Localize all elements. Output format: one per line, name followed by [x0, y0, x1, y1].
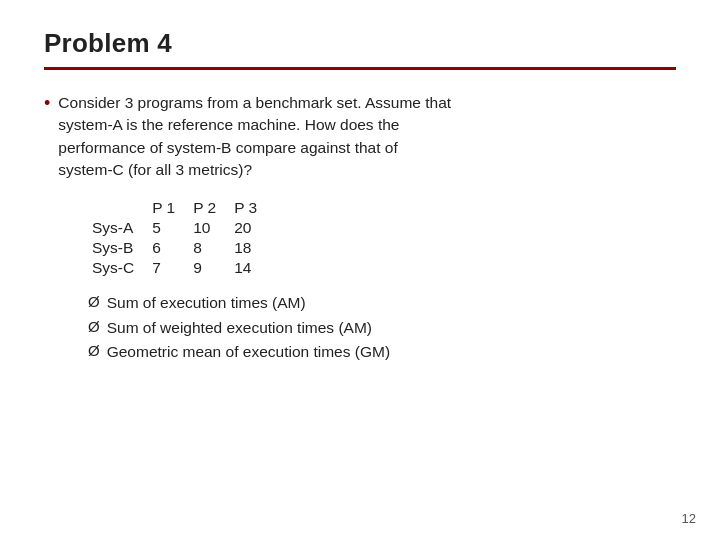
arrow-item-3: Ø Geometric mean of execution times (GM) — [88, 341, 676, 363]
sysc-p1: 7 — [152, 258, 193, 278]
sysb-p1: 6 — [152, 238, 193, 258]
bullet-section: • Consider 3 programs from a benchmark s… — [44, 92, 676, 182]
table-row-sysa: Sys-A 5 10 20 — [92, 218, 275, 238]
slide-title: Problem 4 — [44, 28, 676, 59]
arrow-text-3: Geometric mean of execution times (GM) — [107, 341, 390, 363]
col-p2-header: P 2 — [193, 198, 234, 218]
bullet-line-4: system-C (for all 3 metrics)? — [58, 161, 252, 178]
arrow-item-2: Ø Sum of weighted execution times (AM) — [88, 317, 676, 339]
table-section: P 1 P 2 P 3 Sys-A 5 10 20 Sys-B 6 8 18 S… — [92, 198, 676, 278]
bullet-item: • Consider 3 programs from a benchmark s… — [44, 92, 676, 182]
sysa-label: Sys-A — [92, 218, 152, 238]
title-divider — [44, 67, 676, 70]
bullet-line-1: Consider 3 programs from a benchmark set… — [58, 94, 451, 111]
arrow-sym-2: Ø — [88, 318, 100, 335]
bullet-line-2: system-A is the reference machine. How d… — [58, 116, 399, 133]
col-p1-header: P 1 — [152, 198, 193, 218]
page-number: 12 — [682, 511, 696, 526]
sysb-p2: 8 — [193, 238, 234, 258]
arrow-item-1: Ø Sum of execution times (AM) — [88, 292, 676, 314]
sysc-p3: 14 — [234, 258, 275, 278]
sysb-label: Sys-B — [92, 238, 152, 258]
arrow-sym-1: Ø — [88, 293, 100, 310]
table-header-row: P 1 P 2 P 3 — [92, 198, 275, 218]
bullet-dot: • — [44, 93, 50, 114]
sysa-p3: 20 — [234, 218, 275, 238]
data-table: P 1 P 2 P 3 Sys-A 5 10 20 Sys-B 6 8 18 S… — [92, 198, 275, 278]
sysc-label: Sys-C — [92, 258, 152, 278]
sysa-p2: 10 — [193, 218, 234, 238]
arrow-text-1: Sum of execution times (AM) — [107, 292, 306, 314]
arrow-sym-3: Ø — [88, 342, 100, 359]
arrow-text-2: Sum of weighted execution times (AM) — [107, 317, 372, 339]
col-label-header — [92, 198, 152, 218]
bullet-line-3: performance of system-B compare against … — [58, 139, 397, 156]
sysc-p2: 9 — [193, 258, 234, 278]
bullet-text: Consider 3 programs from a benchmark set… — [58, 92, 451, 182]
sysa-p1: 5 — [152, 218, 193, 238]
table-row-sysb: Sys-B 6 8 18 — [92, 238, 275, 258]
arrow-bullets: Ø Sum of execution times (AM) Ø Sum of w… — [88, 292, 676, 363]
table-row-sysc: Sys-C 7 9 14 — [92, 258, 275, 278]
slide: Problem 4 • Consider 3 programs from a b… — [0, 0, 720, 540]
sysb-p3: 18 — [234, 238, 275, 258]
col-p3-header: P 3 — [234, 198, 275, 218]
